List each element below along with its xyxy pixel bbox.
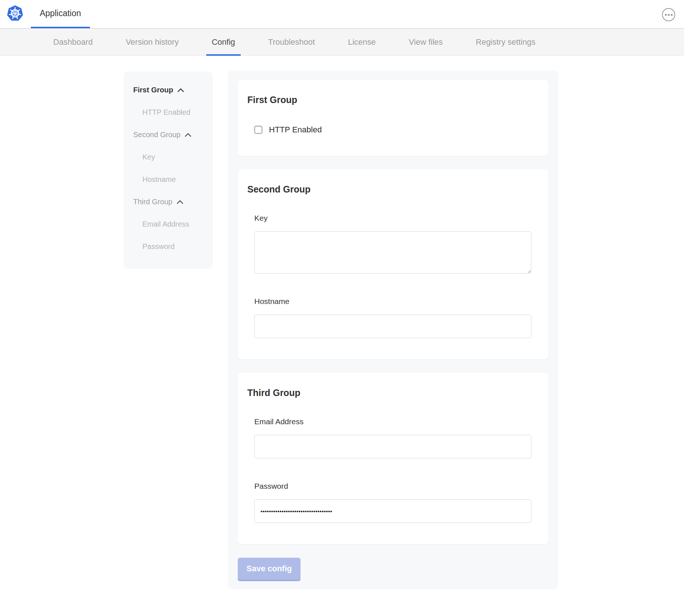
app-header: Application [0,0,684,28]
field-hostname: Hostname [254,297,532,338]
checkbox-label: HTTP Enabled [269,125,322,135]
sidebar-label: Second Group [133,131,181,139]
save-config-button[interactable]: Save config [238,558,301,580]
tab-version-history[interactable]: Version history [109,29,195,55]
sidebar-group-second-group[interactable]: Second Group [133,124,213,146]
sidebar-label: Email Address [142,220,189,228]
chevron-up-icon [177,88,184,95]
sidebar-label: Password [142,242,175,251]
key-textarea[interactable] [254,231,531,274]
tab-dashboard[interactable]: Dashboard [37,29,109,55]
sidebar-label: Key [142,153,155,161]
group-title: Second Group [247,184,532,195]
field-label: Key [254,214,532,223]
chevron-up-icon [177,200,183,206]
config-card-second-group: Second GroupKeyHostname [238,169,548,359]
group-title: Third Group [247,388,532,398]
hostname-input[interactable] [254,315,531,338]
field-label: Password [254,482,532,491]
group-title: First Group [247,95,532,105]
field-email-address: Email Address [254,417,532,458]
config-card-first-group: First GroupHTTP Enabled [238,80,548,156]
password-input[interactable] [254,499,531,523]
tab-config[interactable]: Config [195,29,252,55]
field-password: Password [254,482,532,523]
chevron-up-icon [185,133,191,139]
application-tab[interactable]: Application [31,0,90,28]
config-panel: First GroupHTTP EnabledSecond GroupKeyHo… [228,70,558,589]
kubernetes-logo [7,4,23,22]
field-label: Hostname [254,297,532,306]
config-sidebar: First GroupHTTP EnabledSecond GroupKeyHo… [124,72,213,269]
sidebar-item-http-enabled[interactable]: HTTP Enabled [133,101,213,124]
sidebar-label: Third Group [133,198,172,206]
email-address-input[interactable] [254,435,531,458]
ellipsis-menu-icon[interactable] [662,8,675,21]
sidebar-label: First Group [133,86,173,94]
http-enabled-checkbox[interactable] [254,126,262,134]
sidebar-item-email-address[interactable]: Email Address [133,213,213,235]
config-groups: First GroupHTTP EnabledSecond GroupKeyHo… [238,80,548,544]
tab-registry-settings[interactable]: Registry settings [459,29,552,55]
config-card-third-group: Third GroupEmail AddressPassword [238,373,548,544]
tab-view-files[interactable]: View files [392,29,459,55]
sidebar-label: Hostname [142,175,176,184]
field-label: Email Address [254,417,532,426]
sidebar-item-hostname[interactable]: Hostname [133,168,213,191]
sidebar-item-password[interactable]: Password [133,235,213,258]
sidebar-group-third-group[interactable]: Third Group [133,191,213,213]
field-key: Key [254,214,532,274]
sidebar-item-key[interactable]: Key [133,146,213,168]
tab-license[interactable]: License [331,29,392,55]
sidebar-group-first-group[interactable]: First Group [133,79,213,101]
sidebar-label: HTTP Enabled [142,108,190,117]
tab-bar: DashboardVersion historyConfigTroublesho… [0,28,684,56]
field-http-enabled: HTTP Enabled [254,125,532,135]
tab-troubleshoot[interactable]: Troubleshoot [252,29,332,55]
